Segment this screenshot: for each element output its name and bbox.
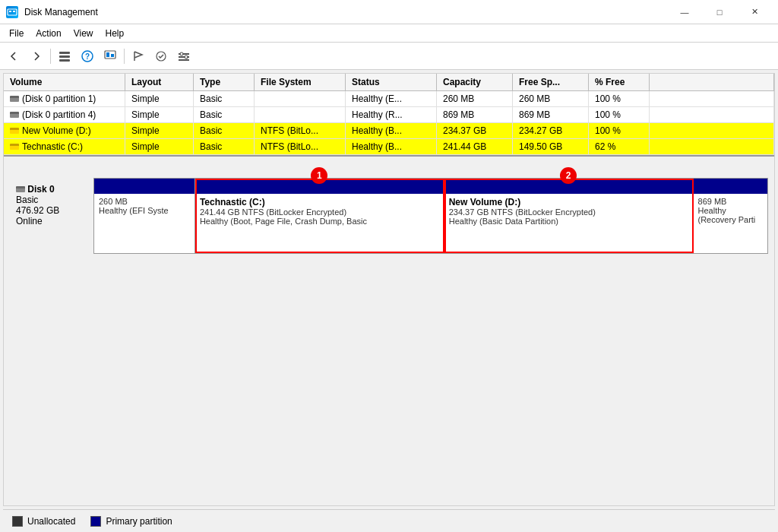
svg-rect-3: [59, 52, 70, 54]
volume-table: Volume Layout Type File System Status Ca…: [4, 74, 774, 157]
table-row[interactable]: Technastic (C:) Simple Basic NTFS (BitLo…: [4, 139, 774, 155]
title-bar-controls: — □ ✕: [667, 0, 772, 24]
toolbar-settings-button[interactable]: [173, 46, 194, 67]
volume-icon: [10, 96, 19, 102]
col-filesystem: File System: [255, 74, 346, 90]
badge-2: 2: [560, 167, 577, 184]
cell-status-3: Healthy (B...: [346, 123, 437, 138]
cell-extra-3: [650, 123, 774, 138]
col-capacity: Capacity: [437, 74, 513, 90]
title-bar-left: Disk Management: [6, 6, 98, 18]
disk-segment-c[interactable]: 1 Technastic (C:) 241.44 GB NTFS (BitLoc…: [195, 179, 444, 253]
legend-bar: Unallocated Primary partition: [3, 509, 775, 532]
legend-primary: Primary partition: [90, 516, 172, 527]
svg-rect-14: [179, 59, 189, 61]
col-volume: Volume: [4, 74, 125, 90]
cell-capacity-4: 241.44 GB: [437, 139, 513, 154]
seg-size-rec: 869 MB: [698, 197, 763, 206]
disk-segment-efi[interactable]: 260 MB Healthy (EFI Syste: [94, 179, 195, 253]
cell-layout-2: Simple: [125, 107, 194, 122]
toolbar-separator-1: [50, 49, 51, 64]
table-row[interactable]: New Volume (D:) Simple Basic NTFS (BitLo…: [4, 123, 774, 139]
seg-size: 260 MB: [99, 197, 190, 206]
seg-detail-c2: Healthy (Boot, Page File, Crash Dump, Ba…: [200, 217, 439, 226]
seg-status-rec: Healthy (Recovery Parti: [698, 206, 763, 224]
cell-status-4: Healthy (B...: [346, 139, 437, 154]
svg-rect-2: [13, 11, 15, 12]
svg-rect-4: [59, 55, 70, 58]
table-header: Volume Layout Type File System Status Ca…: [4, 74, 774, 91]
toolbar-disk-list-button[interactable]: [54, 46, 75, 67]
menu-bar: File Action View Help: [0, 24, 778, 43]
cell-capacity-1: 260 MB: [437, 91, 513, 106]
volume-icon: [10, 112, 19, 118]
col-free: Free Sp...: [513, 74, 589, 90]
cell-layout-3: Simple: [125, 123, 194, 138]
cell-extra-4: [650, 139, 774, 154]
seg-detail-c1: 241.44 GB NTFS (BitLocker Encrypted): [200, 207, 439, 217]
disk-segment-d[interactable]: 2 New Volume (D:) 234.37 GB NTFS (BitLoc…: [444, 179, 694, 253]
volume-icon: [10, 128, 19, 134]
col-pctfree: % Free: [589, 74, 650, 90]
cell-pct-4: 62 %: [589, 139, 650, 154]
disk-segment-recovery[interactable]: 869 MB Healthy (Recovery Parti: [694, 179, 767, 253]
legend-unallocated: Unallocated: [12, 516, 75, 527]
cell-fs-2: [255, 107, 346, 122]
legend-label-primary: Primary partition: [106, 516, 172, 527]
toolbar-help-button[interactable]: ?: [77, 46, 98, 67]
seg-name-d: New Volume (D:): [449, 197, 688, 207]
cell-free-2: 869 MB: [513, 107, 589, 122]
toolbar-disk-view-button[interactable]: [100, 46, 121, 67]
cell-pct-3: 100 %: [589, 123, 650, 138]
cell-type-2: Basic: [194, 107, 255, 122]
disk-size: 476.92 GB: [16, 205, 87, 216]
disk-status: Online: [16, 216, 87, 226]
col-layout: Layout: [125, 74, 194, 90]
disk-label-0: Disk 0 Basic 476.92 GB Online: [10, 178, 93, 254]
main-content: Volume Layout Type File System Status Ca…: [3, 73, 775, 506]
menu-help[interactable]: Help: [100, 24, 131, 42]
menu-view[interactable]: View: [68, 24, 100, 42]
menu-file[interactable]: File: [3, 24, 30, 42]
menu-action[interactable]: Action: [30, 24, 67, 42]
cell-type-3: Basic: [194, 123, 255, 138]
cell-status-1: Healthy (E...: [346, 91, 437, 106]
seg-status: Healthy (EFI Syste: [99, 206, 190, 215]
segment-header: [94, 179, 194, 194]
toolbar: ?: [0, 43, 778, 70]
svg-rect-1: [9, 11, 11, 12]
cell-layout-1: Simple: [125, 91, 194, 106]
col-status: Status: [346, 74, 437, 90]
svg-text:?: ?: [85, 52, 90, 61]
toolbar-check-button[interactable]: [150, 46, 172, 67]
volume-icon: [10, 144, 19, 150]
table-row[interactable]: (Disk 0 partition 4) Simple Basic Health…: [4, 107, 774, 123]
svg-rect-9: [106, 52, 109, 57]
maximize-button[interactable]: □: [702, 0, 737, 24]
cell-fs-1: [255, 91, 346, 106]
legend-box-unalloc: [12, 516, 23, 527]
toolbar-separator-2: [124, 49, 125, 64]
toolbar-flag-button[interactable]: [128, 46, 149, 67]
cell-status-2: Healthy (R...: [346, 107, 437, 122]
cell-volume-2: (Disk 0 partition 4): [4, 107, 125, 122]
cell-capacity-3: 234.37 GB: [437, 123, 513, 138]
segment-header: [694, 179, 767, 194]
cell-pct-1: 100 %: [589, 91, 650, 106]
table-row[interactable]: (Disk 0 partition 1) Simple Basic Health…: [4, 91, 774, 107]
app-icon: [6, 6, 18, 18]
title-bar: Disk Management — □ ✕: [0, 0, 778, 24]
disk-map-container: Disk 0 Basic 476.92 GB Online 260 MB Hea…: [10, 178, 768, 254]
disk-name: Disk 0: [16, 184, 87, 195]
cell-free-4: 149.50 GB: [513, 139, 589, 154]
minimize-button[interactable]: —: [667, 0, 702, 24]
legend-label-unalloc: Unallocated: [27, 516, 75, 527]
close-button[interactable]: ✕: [737, 0, 772, 24]
cell-extra-1: [650, 91, 774, 106]
seg-detail-d2: Healthy (Basic Data Partition): [449, 217, 688, 226]
toolbar-forward-button[interactable]: [26, 46, 47, 67]
toolbar-back-button[interactable]: [3, 46, 24, 67]
seg-detail-d1: 234.37 GB NTFS (BitLocker Encrypted): [449, 207, 688, 217]
cell-type-4: Basic: [194, 139, 255, 154]
cell-pct-2: 100 %: [589, 107, 650, 122]
